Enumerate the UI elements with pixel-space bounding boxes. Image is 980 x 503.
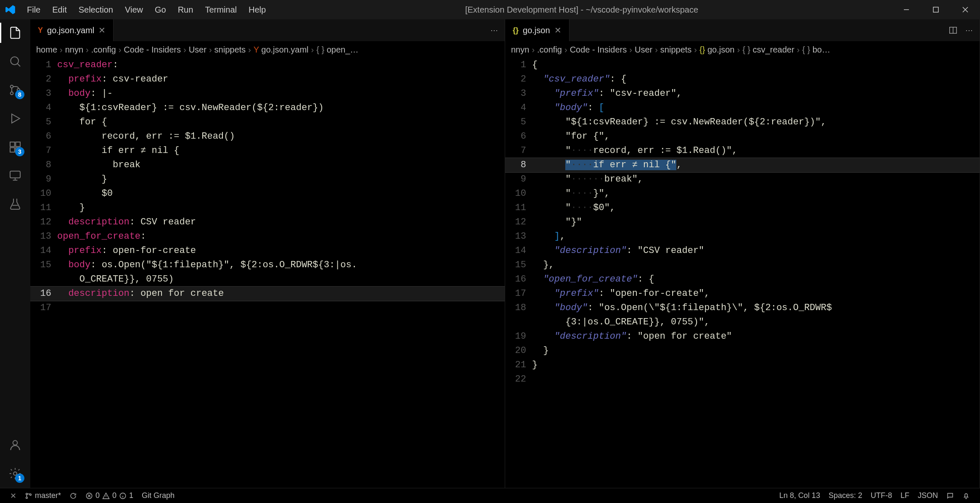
code-content[interactable]: } (57, 201, 505, 215)
breadcrumb-segment[interactable]: Y go.json.yaml (254, 45, 309, 55)
code-content[interactable]: csv_reader: (57, 58, 505, 72)
code-content[interactable]: if err ≠ nil { (57, 144, 505, 158)
code-line[interactable]: 8 "····if err ≠ nil {", (505, 158, 980, 172)
code-line[interactable]: 19 "description": "open for create" (505, 329, 980, 344)
menu-go[interactable]: Go (149, 0, 172, 19)
breadcrumb-segment[interactable]: home (36, 45, 57, 55)
code-content[interactable]: "for {", (532, 129, 980, 144)
breadcrumb-segment[interactable]: snippets (215, 45, 246, 55)
more-actions-icon[interactable]: ⋯ (490, 26, 498, 35)
code-content[interactable]: "description": "CSV reader" (532, 244, 980, 258)
code-content[interactable]: open_for_create: (57, 229, 505, 244)
close-tab-icon[interactable]: ✕ (98, 25, 106, 35)
code-content[interactable]: for { (57, 115, 505, 129)
code-content[interactable]: prefix: open-for-create (57, 244, 505, 258)
code-content[interactable]: ], (532, 229, 980, 244)
git-branch-status[interactable]: master* (21, 491, 65, 500)
code-line[interactable]: 5 for { (30, 115, 505, 129)
code-line[interactable]: 10 "····}", (505, 187, 980, 201)
run-debug-tab-icon[interactable] (7, 110, 24, 127)
code-line[interactable]: 4 "body": [ (505, 101, 980, 115)
menu-view[interactable]: View (119, 0, 149, 19)
code-line[interactable]: 17 (30, 301, 505, 315)
sync-icon[interactable] (65, 492, 81, 500)
breadcrumb-segment[interactable]: nnyn (511, 45, 529, 55)
code-line[interactable]: O_CREATE}}, 0755) (30, 272, 505, 287)
code-line[interactable]: 15 body: os.Open("${1:filepath}", ${2:os… (30, 258, 505, 272)
breadcrumb-segment[interactable]: {} go.json (699, 45, 734, 55)
menu-file[interactable]: File (21, 0, 46, 19)
maximize-button[interactable] (921, 0, 951, 19)
code-line[interactable]: 8 break (30, 158, 505, 172)
code-line[interactable]: 3 body: |- (30, 87, 505, 101)
git-graph-status[interactable]: Git Graph (138, 491, 179, 500)
code-line[interactable]: 13open_for_create: (30, 229, 505, 244)
code-content[interactable]: "body": [ (532, 101, 980, 115)
extensions-tab-icon[interactable]: 3 (7, 139, 24, 155)
code-editor-right[interactable]: 1{2 "csv_reader": {3 "prefix": "csv-read… (505, 58, 980, 488)
search-tab-icon[interactable] (7, 53, 24, 70)
indentation-status[interactable]: Spaces: 2 (824, 491, 866, 500)
code-line[interactable]: 14 "description": "CSV reader" (505, 244, 980, 258)
remote-tab-icon[interactable] (7, 167, 24, 184)
code-content[interactable]: }, (532, 258, 980, 272)
code-content[interactable]: body: os.Open("${1:filepath}", ${2:os.O_… (57, 258, 505, 272)
code-line[interactable]: 9 "······break", (505, 172, 980, 187)
menu-help[interactable]: Help (243, 0, 272, 19)
code-line[interactable]: 18 "body": "os.Open(\"${1:filepath}\", $… (505, 301, 980, 315)
code-line[interactable]: 22 (505, 372, 980, 387)
code-line[interactable]: 20 } (505, 344, 980, 358)
code-line[interactable]: 12 description: CSV reader (30, 215, 505, 229)
code-line[interactable]: 1{ (505, 58, 980, 72)
code-content[interactable]: "body": "os.Open(\"${1:filepath}\", ${2:… (532, 301, 980, 315)
code-content[interactable]: "csv_reader": { (532, 72, 980, 87)
code-content[interactable]: description: CSV reader (57, 215, 505, 229)
accounts-tab-icon[interactable] (7, 437, 24, 453)
testing-tab-icon[interactable] (7, 196, 24, 213)
code-line[interactable]: 5 "${1:csvReader} := csv.NewReader(${2:r… (505, 115, 980, 129)
more-actions-icon[interactable]: ⋯ (965, 26, 973, 35)
code-content[interactable]: break (57, 158, 505, 172)
code-line[interactable]: 2 "csv_reader": { (505, 72, 980, 87)
code-content[interactable]: description: open for create (57, 287, 505, 301)
code-content[interactable]: "description": "open for create" (532, 329, 980, 344)
settings-tab-icon[interactable]: 1 (7, 465, 24, 482)
code-line[interactable]: 11 "····$0", (505, 201, 980, 215)
code-line[interactable]: 17 "prefix": "open-for-create", (505, 287, 980, 301)
breadcrumb-right[interactable]: nnyn›.config›Code - Insiders›User›snippe… (505, 41, 980, 58)
code-content[interactable]: } (532, 344, 980, 358)
code-content[interactable] (57, 301, 505, 315)
code-content[interactable]: "····if err ≠ nil {", (532, 158, 980, 172)
close-remote-icon[interactable]: ✕ (6, 491, 21, 500)
code-content[interactable]: } (532, 358, 980, 372)
code-line[interactable]: 1csv_reader: (30, 58, 505, 72)
code-line[interactable]: 16 "open_for_create": { (505, 272, 980, 287)
code-content[interactable]: "prefix": "csv-reader", (532, 87, 980, 101)
code-content[interactable]: "······break", (532, 172, 980, 187)
code-content[interactable]: "}" (532, 215, 980, 229)
source-control-tab-icon[interactable]: 8 (7, 82, 24, 98)
close-tab-icon[interactable]: ✕ (554, 25, 562, 35)
problems-status[interactable]: 0 0 1 (81, 491, 138, 500)
encoding-status[interactable]: UTF-8 (866, 491, 896, 500)
code-line[interactable]: 3 "prefix": "csv-reader", (505, 87, 980, 101)
code-line[interactable]: 7 "····record, err := $1.Read()", (505, 144, 980, 158)
code-line[interactable]: 6 "for {", (505, 129, 980, 144)
breadcrumb-segment[interactable]: { } csv_reader (742, 45, 794, 55)
notifications-icon[interactable] (958, 491, 974, 500)
feedback-icon[interactable] (942, 491, 958, 500)
code-line[interactable]: 10 $0 (30, 187, 505, 201)
code-content[interactable]: body: |- (57, 87, 505, 101)
tab-go-json-yaml[interactable]: Y go.json.yaml ✕ (30, 19, 114, 41)
split-editor-icon[interactable] (948, 26, 958, 35)
code-content[interactable]: "prefix": "open-for-create", (532, 287, 980, 301)
code-line[interactable]: 4 ${1:csvReader} := csv.NewReader(${2:re… (30, 101, 505, 115)
code-content[interactable] (532, 372, 980, 387)
code-content[interactable]: O_CREATE}}, 0755) (57, 272, 505, 287)
breadcrumb-segment[interactable]: Code - Insiders (570, 45, 627, 55)
code-content[interactable]: ${1:csvReader} := csv.NewReader(${2:read… (57, 101, 505, 115)
code-line[interactable]: 13 ], (505, 229, 980, 244)
menu-edit[interactable]: Edit (46, 0, 72, 19)
menu-selection[interactable]: Selection (73, 0, 119, 19)
breadcrumb-segment[interactable]: .config (537, 45, 562, 55)
